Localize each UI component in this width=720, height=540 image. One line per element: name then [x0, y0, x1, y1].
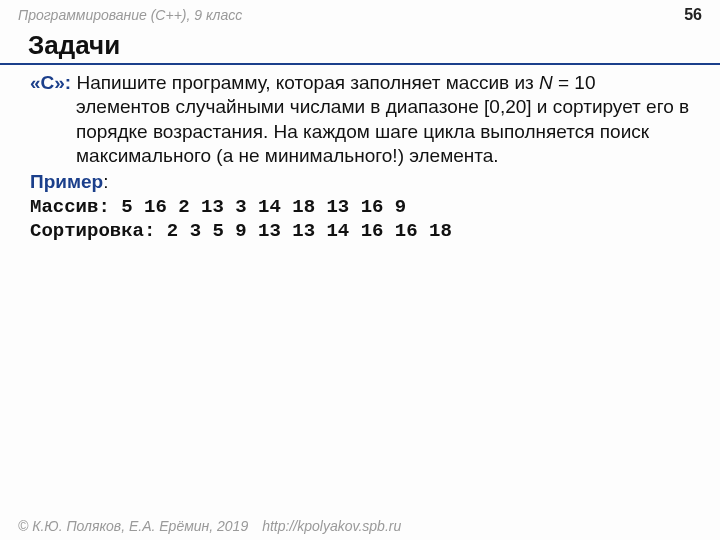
footer: © К.Ю. Поляков, Е.А. Ерёмин, 2019http://… — [18, 518, 401, 534]
task-block: «C»: Напишите программу, которая заполня… — [30, 71, 690, 168]
task-label: «C»: — [30, 72, 71, 93]
footer-copyright: © К.Ю. Поляков, Е.А. Ерёмин, 2019 — [18, 518, 248, 534]
example-label-row: Пример: — [30, 168, 690, 194]
page-number: 56 — [684, 6, 702, 24]
content-area: «C»: Напишите программу, которая заполня… — [0, 65, 720, 244]
example-array-line: Массив: 5 16 2 13 3 14 18 13 16 9 — [30, 195, 690, 220]
page-title: Задачи — [0, 28, 720, 65]
sort-values: 2 3 5 9 13 13 14 16 16 18 — [167, 220, 452, 242]
array-values: 5 16 2 13 3 14 18 13 16 9 — [121, 196, 406, 218]
example-label: Пример — [30, 170, 103, 194]
example-sort-line: Сортировка: 2 3 5 9 13 13 14 16 16 18 — [30, 219, 690, 244]
array-label: Массив: — [30, 196, 121, 218]
course-label: Программирование (C++), 9 класс — [18, 7, 242, 23]
task-n: N — [539, 72, 553, 93]
example-colon: : — [103, 171, 108, 192]
footer-url: http://kpolyakov.spb.ru — [262, 518, 401, 534]
task-text-1: Напишите программу, которая заполняет ма… — [71, 72, 539, 93]
sort-label: Сортировка: — [30, 220, 167, 242]
header-bar: Программирование (C++), 9 класс 56 — [0, 0, 720, 24]
